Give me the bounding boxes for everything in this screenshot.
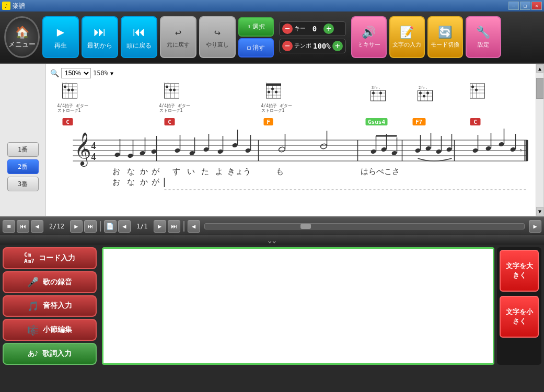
measure-edit-button[interactable]: 🎼 小節編集 xyxy=(3,319,97,341)
toolbar: 🏠 メニュー ▶ 再生 ⏭ 最初から ⏮ 頭に戻る ↩ 元に戻す ↪ やり直し … xyxy=(0,11,544,64)
center-text-area[interactable] xyxy=(102,247,494,365)
settings-button[interactable]: 🔧 設定 xyxy=(466,16,501,58)
nav-horizontal-scroll-next[interactable]: ▶ xyxy=(529,220,541,233)
nav-page-last-button[interactable]: ⏭ xyxy=(168,220,180,233)
score-area: 🔍 150% 100% 125% 175% 200% 150% ▼ xyxy=(46,64,544,216)
zoom-select[interactable]: 150% 100% 125% 175% 200% xyxy=(61,68,91,78)
titlebar: ♪ 楽譜 – □ ✕ xyxy=(0,0,544,11)
undo-button[interactable]: ↩ 元に戻す xyxy=(160,16,196,58)
svg-text:ストローク1: ストローク1 xyxy=(57,108,81,113)
svg-point-36 xyxy=(268,91,270,94)
collapse-arrow[interactable]: ⌄⌄ xyxy=(0,235,544,245)
text-input-button[interactable]: 📝 文字の入力 xyxy=(389,16,425,58)
text-size-small-button[interactable]: 文字を小さく xyxy=(500,296,539,338)
nav-scrollbar[interactable] xyxy=(204,223,525,229)
left-sidebar: CmAm7 コード入力 🎤 歌の録音 🎵 音符入力 🎼 小節編集 あ♪ 歌詞入力 xyxy=(3,247,99,365)
nav-page-total: 1/1 xyxy=(132,223,152,230)
svg-text:F: F xyxy=(267,119,270,125)
minimize-button[interactable]: – xyxy=(508,2,519,10)
svg-point-101 xyxy=(140,151,146,156)
svg-point-113 xyxy=(232,143,238,148)
select-button[interactable]: ⬆ 選択 xyxy=(238,17,274,37)
nav-page-prev-button[interactable]: ◀ xyxy=(118,220,131,233)
right-scrollbar[interactable]: ▲ ▼ xyxy=(536,64,544,216)
menu-label: メニュー xyxy=(8,40,36,49)
note-icon: 🎵 xyxy=(27,301,39,312)
svg-point-140 xyxy=(499,142,505,147)
svg-point-69 xyxy=(475,89,478,91)
svg-text:た: た xyxy=(201,167,209,176)
verse-1-button[interactable]: 1番 xyxy=(7,142,39,157)
note-input-button[interactable]: 🎵 音符入力 xyxy=(3,295,97,317)
lyrics-input-button[interactable]: あ♪ 歌詞入力 xyxy=(3,343,97,365)
maximize-button[interactable]: □ xyxy=(520,2,530,10)
verse-3-button[interactable]: 3番 xyxy=(7,177,39,191)
nav-doc-button[interactable]: 📄 xyxy=(104,220,117,233)
svg-point-49 xyxy=(372,92,375,95)
svg-point-121 xyxy=(371,149,377,154)
settings-icon: 🔧 xyxy=(476,26,490,39)
redo-label: やり直し xyxy=(206,41,229,49)
mixer-button[interactable]: 🔊 ミキサー xyxy=(351,16,387,58)
to-head-button[interactable]: ⏮ 頭に戻る xyxy=(121,16,157,58)
scrollbar-up-arrow[interactable]: ▲ xyxy=(536,64,543,73)
collapse-icon: ⌄⌄ xyxy=(268,236,276,244)
svg-text:い: い xyxy=(187,167,195,176)
svg-text:Gsus4: Gsus4 xyxy=(368,119,385,125)
redo-icon: ↪ xyxy=(214,26,221,39)
svg-point-97 xyxy=(114,152,121,157)
tempo-minus-button[interactable]: − xyxy=(282,41,293,51)
vocal-record-label: 歌の録音 xyxy=(43,278,72,287)
verse-2-button[interactable]: 2番 xyxy=(7,159,39,174)
key-plus-button[interactable]: + xyxy=(323,24,334,34)
titlebar-controls: – □ ✕ xyxy=(508,2,542,10)
nav-horizontal-scroll-prev[interactable]: ◀ xyxy=(188,220,200,233)
to-head-label: 頭に戻る xyxy=(126,41,152,50)
tempo-plus-button[interactable]: + xyxy=(332,41,343,51)
svg-text:な: な xyxy=(127,177,135,187)
close-button[interactable]: ✕ xyxy=(531,2,542,10)
mode-switch-button[interactable]: 🔄 モード切換 xyxy=(427,16,463,58)
svg-text:ストローク1: ストローク1 xyxy=(159,108,183,113)
from-start-label: 最初から xyxy=(87,41,112,50)
svg-point-60 xyxy=(426,92,429,95)
nav-prev-button[interactable]: ◀ xyxy=(31,220,43,233)
home-icon: 🏠 xyxy=(15,26,29,39)
svg-point-128 xyxy=(415,148,421,153)
to-head-icon: ⏮ xyxy=(133,25,145,39)
svg-point-142 xyxy=(510,147,516,152)
scrollbar-thumb[interactable] xyxy=(536,78,543,99)
erase-label: 消す xyxy=(252,43,265,52)
nav-separator-2 xyxy=(183,221,184,232)
chord-diagram-3: 4/4拍子 ギター ストローク1 xyxy=(261,83,292,113)
nav-last-button[interactable]: ⏭ xyxy=(84,220,97,233)
svg-text:お: お xyxy=(112,167,120,176)
mixer-label: ミキサー xyxy=(357,41,380,49)
tempo-label: テンポ xyxy=(294,42,311,50)
vocal-record-button[interactable]: 🎤 歌の録音 xyxy=(3,271,97,293)
lyrics-input-label: 歌詞入力 xyxy=(42,349,72,359)
tempo-value: 100% xyxy=(313,42,331,50)
titlebar-left: ♪ 楽譜 xyxy=(2,2,25,10)
text-size-large-button[interactable]: 文字を大きく xyxy=(500,250,539,292)
svg-point-125 xyxy=(391,151,398,156)
bottom-panel: CmAm7 コード入力 🎤 歌の録音 🎵 音符入力 🎼 小節編集 あ♪ 歌詞入力… xyxy=(0,245,544,367)
svg-text:C: C xyxy=(66,119,70,125)
chord-input-button[interactable]: CmAm7 コード入力 xyxy=(3,247,97,269)
erase-button[interactable]: ◻ 消す xyxy=(238,38,274,57)
right-panel: 文字を大きく 文字を小さく xyxy=(497,247,541,365)
from-start-button[interactable]: ⏭ 最初から xyxy=(82,16,118,58)
nav-first-button[interactable]: ⏮ xyxy=(17,220,29,233)
key-minus-button[interactable]: − xyxy=(282,24,293,34)
nav-page-next-button[interactable]: ▶ xyxy=(154,220,166,233)
chord-input-icon: CmAm7 xyxy=(24,252,34,264)
titlebar-title: 楽譜 xyxy=(13,2,25,10)
redo-button[interactable]: ↪ やり直し xyxy=(199,16,236,58)
scrollbar-down-arrow[interactable]: ▼ xyxy=(536,207,543,215)
play-button[interactable]: ▶ 再生 xyxy=(42,16,79,58)
svg-text:はらぺこさ: はらぺこさ xyxy=(361,167,400,176)
nav-next-button[interactable]: ▶ xyxy=(70,220,83,233)
menu-button[interactable]: 🏠 メニュー xyxy=(4,16,40,58)
zoom-value: 150% xyxy=(93,70,108,77)
svg-text:4/4拍子 ギター: 4/4拍子 ギター xyxy=(159,103,190,108)
